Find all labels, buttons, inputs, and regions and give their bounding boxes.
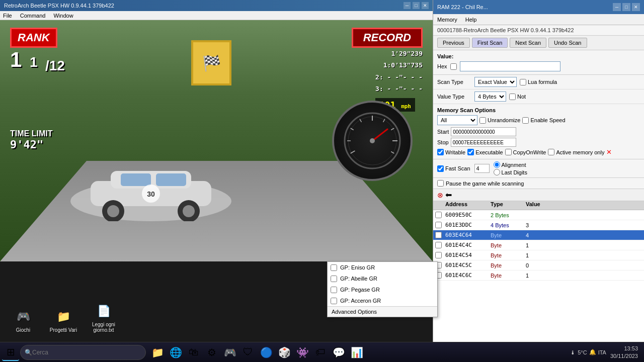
first-scan-button[interactable]: First Scan [472, 38, 508, 48]
taskbar-game2[interactable]: 👾 [294, 344, 311, 361]
fast-scan-value[interactable] [474, 164, 490, 173]
start-range: Start [437, 127, 640, 136]
undo-scan-button[interactable]: Undo Scan [548, 38, 587, 48]
active-memory-checkbox[interactable] [548, 149, 554, 155]
table-row[interactable]: 601E4C5C Byte 0 [433, 260, 644, 270]
taskbar-file-explorer[interactable]: 📁 [149, 344, 166, 361]
pause-checkbox[interactable] [437, 180, 444, 187]
address-cell: 6009E50C [443, 212, 489, 218]
writable-check: Writable [437, 148, 465, 156]
record-times: 1'29"239 1:0'13"735 2: - -"- - - 3: - -"… [375, 48, 423, 95]
results-area: ⊗ ⬅ AddressTypeValue 6009E50C 2 Bytes 60… [433, 189, 644, 347]
taskbar-app3[interactable]: 🏷 [312, 344, 329, 361]
previous-button[interactable]: Previous [437, 38, 470, 48]
desktop-icon-leggi[interactable]: 📄 Leggi ogni giorno.txt [89, 302, 119, 333]
alignment-radio: Alignment [494, 161, 527, 168]
executable-check: Executable [467, 148, 503, 156]
scan-type-select[interactable]: Exact Value [474, 77, 517, 87]
executable-checkbox[interactable] [467, 149, 474, 155]
results-list[interactable]: AddressTypeValue 6009E50C 2 Bytes 601E3D… [433, 201, 644, 347]
dropdown-item-abeille-checkbox[interactable] [331, 276, 337, 282]
dropdown-item-abeille[interactable]: GP: Abeille GR [328, 273, 437, 284]
x-icon[interactable]: ✕ [606, 148, 612, 156]
alignment-radio-input[interactable] [494, 161, 500, 168]
stop-input[interactable] [451, 138, 516, 147]
command-menu[interactable]: Command [20, 13, 46, 19]
table-row[interactable]: 601E4C4C Byte 1 [433, 240, 644, 250]
value-type-select[interactable]: 4 Bytes [474, 92, 506, 102]
window-menu[interactable]: Window [53, 13, 73, 19]
maximize-btn[interactable]: □ [413, 2, 420, 9]
temp-display: 5°C [578, 349, 587, 355]
mem-maximize-btn[interactable]: □ [622, 3, 630, 11]
minimize-btn[interactable]: ─ [404, 2, 411, 9]
delete-icon[interactable]: ⊗ [437, 191, 443, 199]
svg-point-19 [107, 205, 119, 217]
taskbar-app5[interactable]: 📊 [348, 344, 365, 361]
taskbar-store[interactable]: 🛍 [185, 344, 202, 361]
results-toolbar: ⊗ ⬅ [433, 189, 644, 201]
speedometer: 101 mph [327, 96, 418, 186]
dropdown-item-pegase[interactable]: GP: Pegase GR [328, 284, 437, 295]
type-cell: 2 Bytes [489, 212, 524, 218]
search-icon: 🔍 [25, 349, 32, 356]
last-digits-radio-input[interactable] [494, 169, 500, 175]
dropdown-item-eniso[interactable]: GP: Eniso GR [328, 262, 437, 273]
help-menu-item[interactable]: Help [465, 17, 477, 23]
close-btn[interactable]: ✕ [422, 2, 429, 9]
start-input[interactable] [451, 127, 516, 136]
dropdown-item-pegase-checkbox[interactable] [331, 287, 337, 293]
memory-header: 00001788-RetroArch Beetle PSX HW 0.9.44.… [433, 25, 644, 36]
leggi-icon: 📄 [95, 302, 113, 320]
mem-close-btn[interactable]: ✕ [632, 3, 640, 11]
scan-options-title: Memory Scan Options [437, 107, 640, 113]
taskbar-settings[interactable]: ⚙ [203, 344, 220, 361]
taskbar-vpn[interactable]: 🛡 [239, 344, 257, 361]
not-checkbox[interactable] [509, 94, 516, 100]
value-input[interactable] [460, 61, 560, 71]
dropdown-item-acceron-checkbox[interactable] [331, 298, 337, 304]
memory-region-select[interactable]: All [437, 115, 477, 125]
dropdown-item-checkbox[interactable] [331, 264, 337, 271]
game-viewport: RANK 1 1 /12 RECORD 1'29"239 1:0'13"735 … [0, 20, 433, 261]
table-row[interactable]: 603E4C64 Byte 4 [433, 230, 644, 240]
taskbar-retroarch[interactable]: 🎮 [221, 344, 238, 361]
row-checkbox[interactable] [435, 222, 442, 228]
taskbar-steam[interactable]: 🎲 [276, 344, 293, 361]
unrandomize-checkbox[interactable] [479, 117, 486, 124]
start-button[interactable]: ⊞ [2, 344, 19, 361]
lua-formula-checkbox[interactable] [520, 79, 526, 85]
taskbar-chrome[interactable]: 🔵 [258, 344, 275, 361]
hex-checkbox[interactable] [450, 63, 457, 70]
memory-menu-item[interactable]: Memory [437, 17, 457, 23]
lang-display: ITA [598, 349, 606, 355]
desktop-icon-giochi[interactable]: 🎮 Giochi [8, 308, 38, 333]
next-scan-button[interactable]: Next Scan [510, 38, 546, 48]
mem-minimize-btn[interactable]: ─ [613, 3, 621, 11]
taskbar-app4[interactable]: 💬 [330, 344, 347, 361]
search-input[interactable] [32, 349, 133, 356]
copy-on-write-checkbox[interactable] [505, 149, 512, 155]
taskbar-edge[interactable]: 🌐 [167, 344, 184, 361]
table-row[interactable]: 601E3DDC 4 Bytes 3 [433, 220, 644, 230]
row-checkbox[interactable] [435, 232, 442, 238]
advanced-options-btn[interactable]: Advanced Options [328, 306, 437, 317]
file-menu[interactable]: File [3, 13, 12, 19]
dropdown-item-acceron[interactable]: GP: Acceron GR [328, 295, 437, 306]
notifications-icon[interactable]: 🔔 [589, 349, 596, 355]
writable-checkbox[interactable] [437, 149, 444, 155]
results-nav-icon[interactable]: ⬅ [445, 190, 452, 200]
fast-scan-checkbox[interactable] [437, 165, 444, 172]
row-checkbox[interactable] [435, 252, 442, 258]
row-checkbox[interactable] [435, 242, 442, 248]
desktop-icon-progetti[interactable]: 📁 Progetti Vari [48, 308, 78, 333]
enable-speed-checkbox[interactable] [522, 117, 529, 124]
table-row[interactable]: 601E4C6C Byte 1 [433, 270, 644, 281]
clock[interactable]: 13:53 30/11/2023 [610, 345, 638, 359]
table-row[interactable]: 6009E50C 2 Bytes [433, 210, 644, 220]
svg-text:30: 30 [147, 190, 155, 198]
dropdown-popup: GP: Eniso GR GP: Abeille GR GP: Pegase G… [327, 261, 438, 317]
row-checkbox[interactable] [435, 212, 442, 218]
table-row[interactable]: 601E4C54 Byte 1 [433, 250, 644, 260]
search-bar[interactable]: 🔍 [20, 345, 146, 360]
